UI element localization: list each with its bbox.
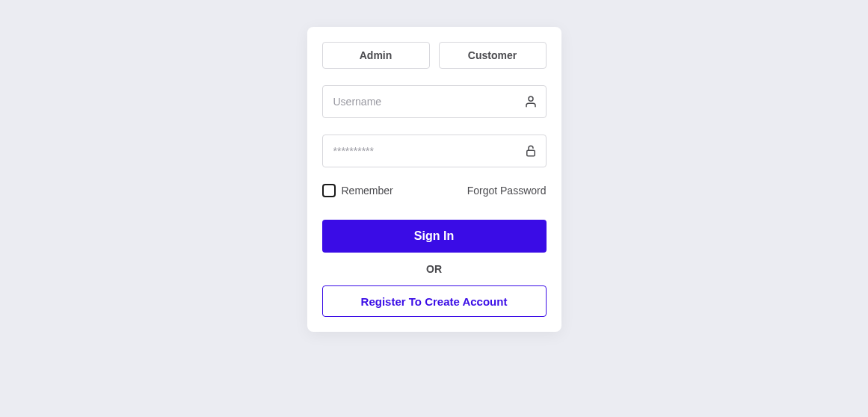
forgot-password-link[interactable]: Forgot Password	[467, 185, 547, 197]
user-icon	[524, 95, 538, 108]
register-label: Register To Create Account	[361, 295, 508, 308]
options-row: Remember Forgot Password	[322, 184, 547, 197]
tab-customer[interactable]: Customer	[439, 42, 547, 69]
username-input[interactable]	[322, 85, 547, 118]
tab-customer-label: Customer	[468, 49, 517, 61]
lock-icon	[524, 144, 538, 158]
remember-label: Remember	[342, 185, 393, 197]
login-card: Admin Customer Remember Forgot Passwo	[307, 27, 561, 332]
or-divider: OR	[322, 263, 547, 275]
tab-admin[interactable]: Admin	[322, 42, 430, 69]
username-field-wrap	[322, 85, 547, 118]
remember-wrap: Remember	[322, 184, 393, 197]
register-button[interactable]: Register To Create Account	[322, 285, 547, 317]
tab-admin-label: Admin	[360, 49, 393, 61]
sign-in-label: Sign In	[414, 229, 454, 242]
svg-point-0	[529, 96, 533, 101]
sign-in-button[interactable]: Sign In	[322, 220, 547, 253]
role-tabs: Admin Customer	[322, 42, 547, 69]
password-input[interactable]	[322, 135, 547, 167]
svg-rect-1	[526, 150, 535, 156]
remember-checkbox[interactable]	[322, 184, 336, 197]
password-field-wrap	[322, 135, 547, 167]
